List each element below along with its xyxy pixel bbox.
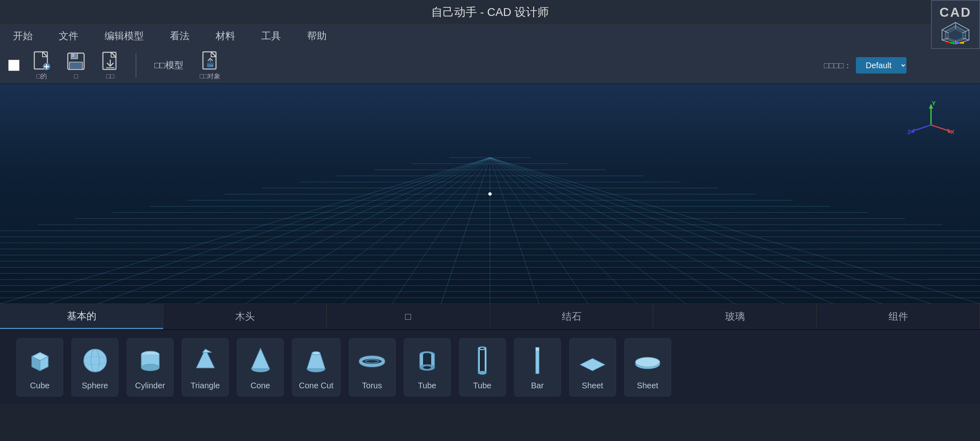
svg-marker-74	[580, 359, 605, 371]
svg-rect-10	[950, 42, 954, 44]
svg-marker-48	[203, 349, 212, 352]
svg-text:Y: Y	[932, 100, 936, 107]
workspace-text: □□□□：	[824, 60, 852, 71]
shape-palette: Cube Sphere Cylinder Triangle	[0, 330, 980, 405]
svg-rect-67	[480, 348, 485, 373]
menu-item-view[interactable]: 看法	[165, 26, 194, 46]
svg-text:CAD: CAD	[207, 64, 213, 67]
menu-item-start[interactable]: 开始	[8, 26, 38, 46]
shape-cone-cut-label: Cone Cut	[299, 381, 334, 390]
app-title: 自己动手 - CAD 设计师	[431, 4, 549, 20]
shape-tube2[interactable]: Tube	[459, 338, 506, 396]
shape-cone-label: Cone	[251, 381, 270, 390]
shape-sphere[interactable]: Sphere	[71, 338, 118, 396]
shape-cone-cut[interactable]: Cone Cut	[292, 338, 341, 396]
cad-logo: CAD	[931, 0, 980, 49]
toolbar: □的 □ □□ □□模型 CAD	[0, 47, 980, 84]
svg-rect-20	[69, 62, 82, 69]
shape-torus-label: Torus	[362, 381, 382, 390]
shape-sheet1[interactable]: Sheet	[569, 338, 616, 396]
shape-triangle[interactable]: Triangle	[182, 338, 229, 396]
new-label: □的	[36, 72, 47, 81]
menu-bar: 开始 文件 编辑模型 看法 材料 工具 帮助	[0, 24, 980, 47]
shape-tube2-label: Tube	[473, 381, 492, 390]
toolbar-divider	[136, 53, 136, 78]
shape-cone[interactable]: Cone	[237, 338, 284, 396]
shape-sphere-label: Sphere	[82, 381, 108, 390]
svg-rect-12	[960, 42, 964, 44]
shape-triangle-label: Triangle	[191, 381, 220, 390]
save-label: □	[74, 73, 78, 80]
shape-cylinder-label: Cylinder	[135, 381, 165, 390]
save-button[interactable]: □	[60, 48, 91, 82]
import-button[interactable]: CAD □□对象	[195, 48, 226, 83]
title-bar: 自己动手 - CAD 设计师 CAD	[0, 0, 980, 24]
new-button[interactable]: □的	[26, 48, 57, 83]
svg-rect-9	[945, 42, 949, 44]
tab-stone[interactable]: 结石	[490, 304, 653, 329]
menu-item-help[interactable]: 帮助	[302, 26, 332, 46]
menu-item-material[interactable]: 材料	[211, 26, 240, 46]
menu-item-edit[interactable]: 编辑模型	[100, 26, 149, 46]
svg-marker-52	[307, 353, 325, 369]
workspace-dropdown[interactable]: Default	[856, 57, 906, 74]
svg-point-70	[478, 371, 486, 374]
svg-point-57	[365, 360, 379, 363]
shape-cube-label: Cube	[30, 381, 50, 390]
svg-point-39	[84, 349, 107, 372]
shape-cylinder[interactable]: Cylinder	[127, 338, 174, 396]
svg-line-33	[913, 125, 931, 131]
svg-rect-11	[955, 42, 959, 44]
center-dot	[488, 192, 492, 196]
cad-logo-text: CAD	[940, 5, 971, 20]
shape-sheet2-label: Sheet	[637, 381, 658, 390]
svg-line-30	[931, 125, 949, 131]
shape-bar-label: Bar	[531, 381, 543, 390]
axis-indicator: Y X Z	[906, 100, 956, 149]
svg-rect-72	[536, 347, 539, 351]
download-button[interactable]: □□	[95, 48, 126, 82]
svg-rect-71	[536, 347, 539, 374]
menu-item-file[interactable]: 文件	[54, 26, 83, 46]
tab-glass[interactable]: 玻璃	[653, 304, 817, 329]
nav-tabs: 基本的 木头 □ 结石 玻璃 组件	[0, 304, 980, 330]
menu-item-tools[interactable]: 工具	[256, 26, 286, 46]
shape-sheet1-label: Sheet	[582, 381, 603, 390]
section-label: □□模型	[154, 59, 183, 71]
import-label: □□对象	[200, 72, 220, 81]
tab-wood[interactable]: 木头	[163, 304, 327, 329]
tab-unknown[interactable]: □	[327, 304, 490, 329]
svg-text:Z: Z	[907, 129, 911, 135]
tab-component[interactable]: 组件	[817, 304, 980, 329]
shape-tube1-label: Tube	[418, 381, 437, 390]
shape-sheet2[interactable]: Sheet	[624, 338, 671, 396]
cad-logo-icon	[941, 22, 970, 44]
shape-torus[interactable]: Torus	[349, 338, 396, 396]
svg-marker-50	[252, 348, 270, 369]
shape-tube1[interactable]: Tube	[404, 338, 451, 396]
shape-cube[interactable]: Cube	[16, 338, 63, 396]
svg-point-53	[312, 352, 320, 355]
svg-point-65	[423, 366, 431, 369]
workspace-selector: □□□□： Default	[824, 57, 906, 74]
svg-rect-19	[72, 53, 74, 57]
svg-point-46	[141, 364, 159, 371]
viewport[interactable]: Y X Z	[0, 84, 980, 304]
svg-point-76	[635, 357, 660, 367]
download-label: □□	[106, 73, 114, 80]
svg-point-69	[480, 347, 485, 349]
shape-bar[interactable]: Bar	[514, 338, 561, 396]
svg-text:X: X	[951, 129, 955, 135]
tab-basic[interactable]: 基本的	[0, 304, 163, 329]
toolbar-checkbox[interactable]	[8, 60, 20, 71]
